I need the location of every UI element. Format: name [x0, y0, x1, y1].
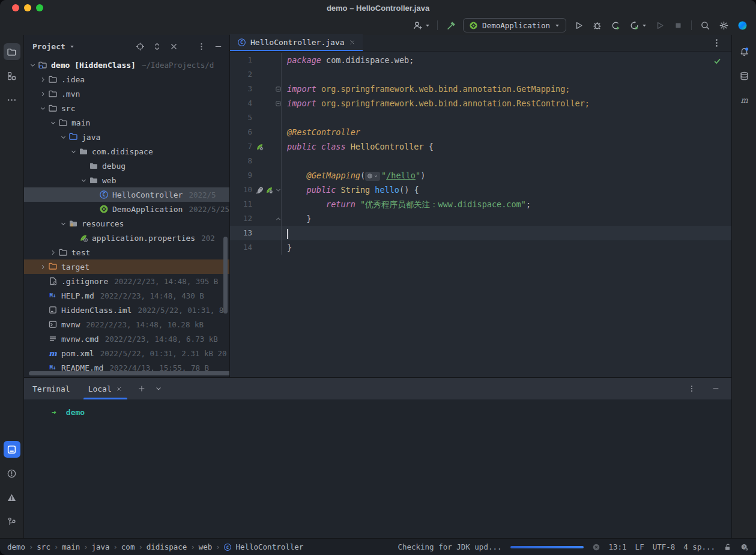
expand-all-button[interactable]	[151, 41, 162, 52]
close-tab-icon[interactable]	[349, 39, 355, 46]
help-gear-icon[interactable]: ?	[740, 543, 749, 551]
notifications-bell-icon[interactable]	[736, 43, 752, 60]
tree-vertical-scrollbar[interactable]	[223, 237, 228, 314]
profiler-caret-icon[interactable]	[641, 19, 647, 32]
run-button[interactable]	[572, 19, 585, 32]
editor-options-kebab-button[interactable]	[710, 37, 723, 50]
terminal-tab-local[interactable]: Local	[83, 378, 127, 399]
tree-item[interactable]: test	[24, 245, 229, 259]
locate-file-button[interactable]	[135, 41, 145, 52]
line-number[interactable]: 3	[230, 82, 252, 96]
git-tool-button[interactable]	[4, 513, 20, 530]
rocket-icon[interactable]	[255, 186, 264, 195]
project-view-caret-icon[interactable]	[69, 40, 75, 53]
line-number[interactable]: 7	[230, 139, 252, 154]
tree-item[interactable]: .gitignore2022/2/23, 14:48, 395 B	[24, 274, 229, 288]
close-terminal-tab-icon[interactable]	[116, 386, 122, 392]
warnings-tool-button[interactable]	[4, 489, 20, 506]
line-number[interactable]: 4	[230, 96, 252, 111]
chevron-down-icon[interactable]	[58, 220, 68, 228]
structure-tool-button[interactable]	[4, 67, 20, 84]
code-line[interactable]: 9 @GetMapping("/hello")	[230, 168, 731, 183]
tree-item[interactable]: application.properties202	[24, 231, 229, 245]
code-line[interactable]: 5	[230, 111, 731, 125]
terminal-tabs-dropdown-icon[interactable]	[151, 381, 166, 396]
breadcrumb-item[interactable]: demo	[7, 542, 25, 551]
code-line[interactable]: 8	[230, 154, 731, 168]
tree-item[interactable]: mvnw.cmd2022/2/23, 14:48, 6.73 kB	[24, 332, 229, 346]
tree-item[interactable]: .idea	[24, 72, 229, 86]
more-tools-button[interactable]	[4, 91, 20, 108]
tree-horizontal-scrollbar[interactable]	[29, 371, 230, 375]
line-number[interactable]: 5	[230, 111, 252, 125]
line-number[interactable]: 9	[230, 168, 252, 183]
settings-gear-button[interactable]	[717, 19, 730, 32]
ide-logo-icon[interactable]	[736, 19, 749, 32]
breadcrumb-item[interactable]: didispace	[147, 542, 187, 551]
code-line[interactable]: 10 public String hello() {	[230, 183, 731, 197]
tree-item[interactable]: CHelloController2022/5	[24, 187, 229, 202]
maven-tool-button[interactable]: m	[736, 91, 752, 108]
chevron-right-icon[interactable]	[38, 263, 47, 271]
profiler-button[interactable]	[627, 19, 641, 32]
chevron-down-icon[interactable]	[48, 119, 58, 127]
breadcrumb-item[interactable]: web	[199, 542, 213, 551]
run-coverage-button[interactable]	[609, 19, 622, 32]
line-number[interactable]: 8	[230, 154, 252, 168]
tree-item[interactable]: mpom.xml2022/5/22, 01:31, 2.31 kB 20	[24, 346, 229, 360]
fold-marker-icon[interactable]	[275, 86, 281, 92]
tree-item[interactable]: mvnw2022/2/23, 14:48, 10.28 kB	[24, 317, 229, 332]
code-line[interactable]: 2	[230, 67, 731, 82]
tree-item[interactable]: main	[24, 115, 229, 130]
minimize-button[interactable]	[24, 4, 31, 11]
spring-bean-icon[interactable]	[265, 186, 274, 195]
tree-item[interactable]: web	[24, 173, 229, 187]
spring-bean-icon[interactable]	[255, 142, 264, 151]
line-number[interactable]: 2	[230, 67, 252, 82]
code-line[interactable]: 7public class HelloController {	[230, 139, 731, 154]
editor-tab[interactable]: C HelloController.java	[230, 34, 363, 51]
breadcrumb-item[interactable]: HelloController	[235, 542, 303, 551]
line-number[interactable]: 12	[230, 211, 252, 226]
run-configuration-select[interactable]: DemoApplication	[463, 18, 566, 32]
tree-item[interactable]: HiddenClass.iml2022/5/22, 01:31, 8	[24, 303, 229, 317]
chevron-right-icon[interactable]	[48, 249, 58, 256]
line-ending-widget[interactable]: LF	[635, 542, 644, 551]
line-number[interactable]: 14	[230, 240, 252, 255]
caret-position-widget[interactable]: 13:1	[609, 542, 627, 551]
unlock-icon[interactable]	[724, 543, 732, 551]
project-tool-button[interactable]	[4, 43, 20, 60]
inspections-ok-icon[interactable]	[713, 56, 722, 67]
fold-marker-icon[interactable]	[275, 187, 281, 193]
problems-tool-button[interactable]	[4, 465, 20, 482]
tree-item[interactable]: .mvn	[24, 86, 229, 101]
tree-item[interactable]: resources	[24, 216, 229, 231]
user-dropdown-caret-icon[interactable]	[425, 19, 431, 32]
terminal-title[interactable]: Terminal	[32, 384, 70, 393]
encoding-widget[interactable]: UTF-8	[653, 542, 676, 551]
line-number[interactable]: 1	[230, 53, 252, 67]
terminal-tool-button[interactable]	[4, 441, 20, 458]
new-terminal-tab-button[interactable]	[135, 381, 149, 396]
code-line[interactable]: 13	[230, 226, 731, 240]
line-number[interactable]: 13	[230, 226, 252, 240]
chevron-down-icon[interactable]	[79, 177, 88, 184]
terminal-options-kebab-button[interactable]	[685, 381, 699, 396]
line-number[interactable]: 10	[230, 183, 252, 197]
collapse-all-button[interactable]	[168, 41, 179, 52]
chevron-down-icon[interactable]	[38, 105, 47, 112]
tree-item[interactable]: target	[24, 259, 229, 274]
chevron-down-icon[interactable]	[28, 61, 37, 69]
project-panel-title[interactable]: Project	[32, 42, 65, 51]
hide-terminal-button[interactable]	[709, 381, 723, 396]
code-line[interactable]: 12 }	[230, 211, 731, 226]
code-line[interactable]: 4import org.springframework.web.bind.ann…	[230, 96, 731, 111]
fold-marker-icon[interactable]	[275, 216, 281, 222]
url-inlay-hint[interactable]	[365, 172, 380, 181]
tree-item[interactable]: com.didispace	[24, 144, 229, 159]
line-number[interactable]: 6	[230, 125, 252, 139]
add-user-button[interactable]	[411, 19, 424, 32]
code-line[interactable]: 3import org.springframework.web.bind.ann…	[230, 82, 731, 96]
code-line[interactable]: 14}	[230, 240, 731, 255]
zoom-button[interactable]	[36, 4, 43, 11]
